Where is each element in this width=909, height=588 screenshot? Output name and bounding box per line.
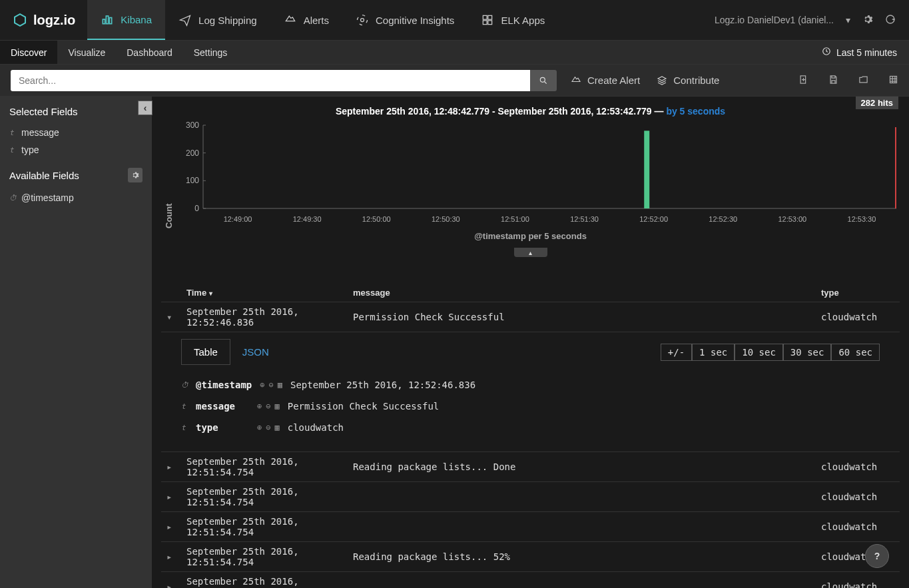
toggle-column-icon[interactable]: ▦: [274, 423, 279, 432]
sub-tabs: DiscoverVisualizeDashboardSettings: [0, 41, 238, 64]
expand-row-icon[interactable]: ▸: [166, 491, 186, 502]
toolbar: Create Alert Contribute: [0, 65, 909, 97]
zoom-out-icon[interactable]: ⊖: [269, 380, 274, 390]
toggle-column-icon[interactable]: ▦: [274, 402, 279, 411]
brand-text: logz.io: [33, 13, 75, 28]
svg-text:300: 300: [186, 122, 199, 130]
col-message[interactable]: message: [353, 288, 821, 298]
field-message[interactable]: tmessage: [9, 124, 143, 141]
timebtn-30sec[interactable]: 30 sec: [783, 344, 832, 361]
svg-rect-33: [644, 131, 649, 208]
search-input[interactable]: [11, 70, 530, 91]
table-row[interactable]: ▸September 25th 2016, 12:51:54.753cloudw…: [161, 571, 900, 588]
collapse-sidebar-button[interactable]: ‹: [138, 101, 152, 115]
contribute-label: Contribute: [673, 75, 719, 86]
expand-row-icon[interactable]: ▸: [166, 521, 186, 532]
search-box: [11, 70, 557, 91]
svg-rect-4: [483, 15, 487, 19]
svg-text:12:53:00: 12:53:00: [778, 215, 806, 223]
gear-icon[interactable]: [862, 14, 873, 27]
chart-box: Count 010020030012:49:0012:49:3012:50:00…: [161, 122, 900, 228]
sidebar: ‹ Selected Fields tmessagettype Availabl…: [0, 97, 152, 588]
contribute-button[interactable]: Contribute: [656, 75, 719, 87]
content: 282 hits September 25th 2016, 12:48:42.7…: [152, 97, 909, 588]
timebtn-60sec[interactable]: 60 sec: [831, 344, 880, 361]
col-time[interactable]: Time ▾: [186, 288, 353, 298]
zoom-out-icon[interactable]: ⊖: [266, 423, 270, 432]
expand-row-icon[interactable]: ▸: [166, 461, 186, 472]
timebtn-[interactable]: +/-: [661, 344, 692, 361]
row-time: September 25th 2016, 12:52:46.836: [186, 306, 353, 328]
timebtn-1sec[interactable]: 1 sec: [692, 344, 735, 361]
field-timestamp[interactable]: ⏱@timestamp: [9, 189, 143, 206]
time-buttons: +/-1 sec10 sec30 sec60 sec: [661, 344, 880, 361]
nav-log-shipping[interactable]: Log Shipping: [165, 0, 270, 40]
grid-icon[interactable]: [888, 75, 898, 87]
create-alert-button[interactable]: Create Alert: [570, 75, 640, 87]
detail-field-type: ttype⊕⊖▦cloudwatch: [181, 417, 880, 438]
tab-table[interactable]: Table: [181, 339, 230, 365]
expand-row-icon[interactable]: ▸: [166, 551, 186, 562]
tab-json[interactable]: JSON: [230, 340, 281, 364]
svg-text:12:51:30: 12:51:30: [570, 215, 599, 223]
timebtn-10sec[interactable]: 10 sec: [735, 344, 783, 361]
svg-rect-6: [483, 21, 487, 25]
svg-text:12:50:00: 12:50:00: [362, 215, 391, 223]
zoom-in-icon[interactable]: ⊕: [257, 402, 262, 411]
svg-text:12:53:30: 12:53:30: [848, 215, 876, 223]
nav-cognitive-insights[interactable]: Cognitive Insights: [342, 0, 467, 40]
table-row-expanded[interactable]: ▾ September 25th 2016, 12:52:46.836 Perm…: [161, 302, 900, 332]
histogram-chart[interactable]: 010020030012:49:0012:49:3012:50:0012:50:…: [176, 122, 900, 228]
new-icon[interactable]: [798, 75, 808, 87]
fields-settings-button[interactable]: [128, 168, 143, 182]
chevron-down-icon[interactable]: ▾: [846, 15, 850, 25]
svg-point-3: [360, 19, 364, 22]
detail-field-timestamp: ⏱@timestamp⊕⊖▦September 25th 2016, 12:52…: [181, 374, 880, 396]
help-button[interactable]: ?: [865, 544, 889, 568]
logo[interactable]: logz.io: [0, 12, 87, 28]
table-row[interactable]: ▸September 25th 2016, 12:51:54.754Readin…: [161, 541, 900, 571]
create-alert-label: Create Alert: [587, 75, 640, 86]
results-table: Time ▾ message type ▾ September 25th 201…: [161, 284, 900, 588]
detail-field-message: tmessage⊕⊖▦Permission Check Successful: [181, 396, 880, 417]
selected-fields-header: Selected Fields: [9, 106, 143, 117]
user-label[interactable]: Logz.io DanielDev1 (daniel...: [715, 15, 834, 25]
nav-right: Logz.io DanielDev1 (daniel... ▾: [715, 14, 909, 27]
nav-alerts[interactable]: Alerts: [270, 0, 342, 40]
chart-interval-link[interactable]: by 5 seconds: [666, 106, 725, 117]
svg-rect-34: [895, 127, 896, 208]
time-label: Last 5 minutes: [836, 47, 897, 58]
top-nav: logz.io KibanaLog ShippingAlertsCognitiv…: [0, 0, 909, 41]
zoom-in-icon[interactable]: ⊕: [257, 423, 262, 432]
table-row[interactable]: ▸September 25th 2016, 12:51:54.754Readin…: [161, 451, 900, 481]
nav-items: KibanaLog ShippingAlertsCognitive Insigh…: [87, 0, 558, 40]
time-picker[interactable]: Last 5 minutes: [822, 47, 909, 58]
x-axis-label: @timestamp per 5 seconds: [161, 228, 900, 248]
subtab-settings[interactable]: Settings: [183, 41, 238, 64]
available-fields-header: Available Fields: [9, 168, 143, 182]
nav-kibana[interactable]: Kibana: [87, 0, 165, 40]
expand-row-icon[interactable]: ▸: [166, 581, 186, 588]
subtab-dashboard[interactable]: Dashboard: [116, 41, 183, 64]
zoom-in-icon[interactable]: ⊕: [260, 380, 264, 390]
detail-tabs: Table JSON +/-1 sec10 sec30 sec60 sec: [181, 339, 880, 365]
subtab-discover[interactable]: Discover: [0, 41, 57, 64]
open-icon[interactable]: [858, 75, 868, 87]
search-button[interactable]: [530, 70, 557, 91]
subtab-visualize[interactable]: Visualize: [57, 41, 116, 64]
toggle-column-icon[interactable]: ▦: [278, 380, 282, 390]
collapse-chart-button[interactable]: ▴: [514, 248, 547, 257]
nav-elk-apps[interactable]: ELK Apps: [467, 0, 558, 40]
col-type[interactable]: type: [821, 288, 894, 298]
collapse-row-icon[interactable]: ▾: [166, 312, 186, 322]
svg-point-10: [540, 77, 545, 82]
save-icon[interactable]: [828, 75, 838, 87]
field-type[interactable]: ttype: [9, 141, 143, 158]
svg-rect-2: [110, 18, 112, 24]
table-row[interactable]: ▸September 25th 2016, 12:51:54.754cloudw…: [161, 511, 900, 541]
svg-text:12:51:00: 12:51:00: [501, 215, 529, 223]
table-row[interactable]: ▸September 25th 2016, 12:51:54.754cloudw…: [161, 481, 900, 511]
zoom-out-icon[interactable]: ⊖: [266, 402, 270, 411]
logout-icon[interactable]: [885, 14, 896, 27]
row-type: cloudwatch: [821, 312, 894, 322]
